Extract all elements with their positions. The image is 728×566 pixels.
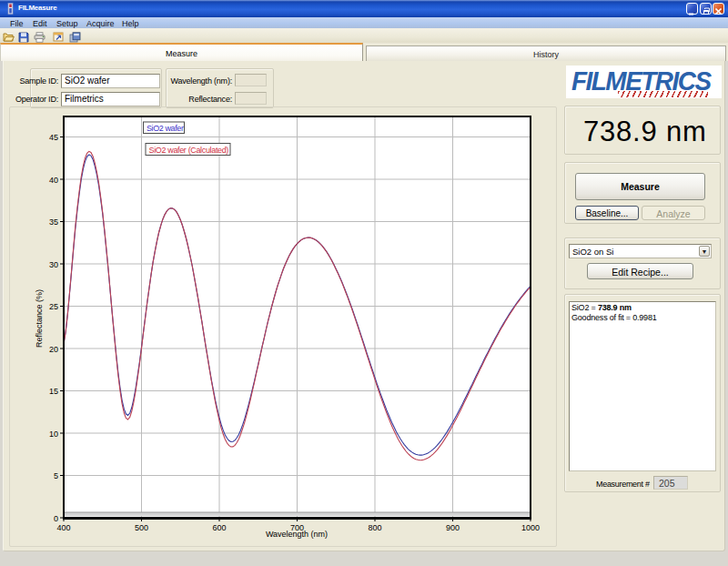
svg-text:800: 800 [368, 523, 381, 532]
svg-text:SiO2 wafer: SiO2 wafer [147, 124, 184, 133]
svg-text:30: 30 [49, 260, 58, 269]
svg-text:Wavelength (nm): Wavelength (nm) [266, 530, 328, 539]
svg-text:Reflectance (%): Reflectance (%) [35, 289, 44, 348]
svg-text:SiO2 wafer (Calculated): SiO2 wafer (Calculated) [149, 146, 229, 155]
svg-text:600: 600 [212, 523, 226, 532]
svg-text:1000: 1000 [521, 523, 540, 532]
svg-text:25: 25 [49, 302, 58, 311]
svg-text:900: 900 [446, 523, 460, 532]
svg-text:15: 15 [49, 387, 58, 396]
svg-text:10: 10 [49, 430, 58, 439]
svg-text:40: 40 [49, 176, 58, 185]
svg-text:500: 500 [135, 523, 148, 532]
svg-text:400: 400 [56, 523, 70, 532]
svg-text:45: 45 [49, 133, 58, 142]
svg-text:0: 0 [54, 514, 58, 523]
svg-text:35: 35 [49, 217, 58, 227]
svg-text:20: 20 [49, 345, 58, 354]
svg-text:5: 5 [54, 471, 58, 480]
